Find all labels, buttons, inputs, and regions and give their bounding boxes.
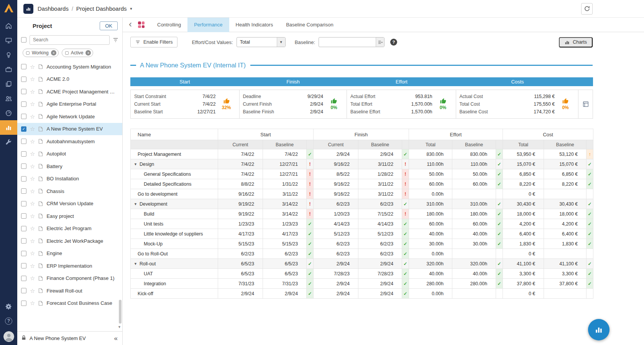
filter-chip[interactable]: Active× <box>62 49 94 57</box>
tab-health-indicators[interactable]: Health Indicators <box>229 18 280 32</box>
star-icon[interactable]: ☆ <box>30 201 35 206</box>
dashboard-icon[interactable] <box>23 4 33 14</box>
dashboard-grid-icon[interactable] <box>138 21 145 28</box>
table-row[interactable]: UAT6/5/236/5/23✓7/28/237/28/23✓40.00h40.… <box>131 269 593 279</box>
project-checkbox[interactable] <box>21 288 26 293</box>
monitor-icon[interactable] <box>0 33 17 47</box>
collapse-arrow-icon[interactable]: ▼ <box>134 162 137 166</box>
project-checkbox[interactable] <box>21 64 26 69</box>
project-checkbox[interactable] <box>21 89 26 94</box>
star-icon[interactable]: ☆ <box>30 263 35 269</box>
breadcrumb-root[interactable]: Dashboards <box>38 5 69 12</box>
chip-remove-icon[interactable]: × <box>51 50 56 56</box>
subcol-start-baseline[interactable]: Baseline <box>263 140 307 149</box>
project-checkbox[interactable] <box>21 139 26 144</box>
help-icon[interactable]: ? <box>0 314 17 328</box>
tab-performance[interactable]: Performance <box>187 18 229 32</box>
settings-gear-icon[interactable] <box>0 299 17 314</box>
col-header-effort[interactable]: Effort <box>409 129 503 140</box>
project-list-item[interactable]: ☆Autopilot <box>17 148 122 160</box>
project-list-item[interactable]: ☆ERP Implementation <box>17 260 122 272</box>
project-list-item[interactable]: ☆Autobahnmautsystem <box>17 135 122 148</box>
project-list-item[interactable]: ☆ACME Project Management Syst... <box>17 85 122 98</box>
table-row[interactable]: Kick-off2/9/242/9/24✓2/9/242/9/24✓0.00h0… <box>131 289 593 299</box>
star-icon[interactable]: ☆ <box>30 101 35 107</box>
project-checkbox[interactable] <box>21 77 26 82</box>
subcol-cost-baseline[interactable]: Baseline <box>544 140 586 149</box>
ok-button[interactable]: OK <box>100 21 118 30</box>
charts-button[interactable]: Charts <box>559 37 593 47</box>
collapse-arrow-icon[interactable]: ▼ <box>134 202 137 206</box>
project-checkbox[interactable] <box>21 276 26 281</box>
dashboards-chart-icon[interactable] <box>0 120 17 135</box>
projects-folder-icon[interactable] <box>0 77 17 91</box>
table-row[interactable]: Go to development9/16/223/11/22!9/16/223… <box>131 189 593 199</box>
scrollbar-down-icon[interactable]: ▼ <box>118 325 121 329</box>
collapse-sidebar-icon[interactable]: « <box>114 335 118 342</box>
table-row[interactable]: Build9/19/223/14/22!1/20/237/15/22!180.0… <box>131 209 593 219</box>
project-list-item[interactable]: ✓☆A New Phone System EV <box>17 123 122 136</box>
star-icon[interactable]: ☆ <box>30 114 35 119</box>
star-icon[interactable]: ☆ <box>30 188 35 194</box>
table-row[interactable]: General Specifications7/4/2212/27/21!8/5… <box>131 169 593 179</box>
project-checkbox[interactable] <box>21 101 26 107</box>
star-icon[interactable]: ☆ <box>30 89 35 95</box>
star-icon[interactable]: ☆ <box>30 126 35 132</box>
star-icon[interactable]: ☆ <box>30 164 35 169</box>
filter-chip[interactable]: Working× <box>23 49 59 57</box>
star-icon[interactable]: ☆ <box>30 275 35 281</box>
project-list-item[interactable]: ☆Forecast Cost Business Case <box>17 297 122 310</box>
subcol-finish-current[interactable]: Current <box>314 140 358 149</box>
project-checkbox[interactable] <box>21 263 26 268</box>
scrollbar-thumb[interactable] <box>119 300 122 324</box>
tab-baseline-comparison[interactable]: Baseline Comparison <box>279 18 340 32</box>
select-all-checkbox[interactable] <box>21 37 26 43</box>
help-circle-icon[interactable]: ? <box>390 39 397 46</box>
col-header-cost[interactable]: Cost <box>503 129 593 140</box>
project-checkbox[interactable]: ✓ <box>21 126 26 132</box>
project-list-item[interactable]: ☆Chassis <box>17 185 122 198</box>
resources-people-icon[interactable] <box>0 91 17 106</box>
project-checkbox[interactable] <box>21 251 26 256</box>
table-row[interactable]: ▼Development9/19/223/14/22!6/2/236/2/23✓… <box>131 199 593 209</box>
summary-icon-cell[interactable] <box>578 90 593 118</box>
star-icon[interactable]: ☆ <box>30 250 35 256</box>
controlling-gauge-icon[interactable] <box>0 106 17 120</box>
project-checkbox[interactable] <box>21 301 26 306</box>
star-icon[interactable]: ☆ <box>30 288 35 294</box>
project-list-item[interactable]: ☆Easy project <box>17 210 122 222</box>
star-icon[interactable]: ☆ <box>30 300 35 306</box>
back-chevron-icon[interactable]: ‹ <box>126 20 135 30</box>
project-list-item[interactable]: ☆Agile Enterprise Portal <box>17 98 122 111</box>
project-list-item[interactable]: ☆Firewall Roll-out <box>17 285 122 297</box>
home-icon[interactable] <box>0 18 17 33</box>
enable-filters-button[interactable]: Enable Filters <box>130 37 177 47</box>
project-list-item[interactable]: ☆Electric Jet Program <box>17 222 122 235</box>
star-icon[interactable]: ☆ <box>30 139 35 144</box>
project-checkbox[interactable] <box>21 226 26 231</box>
project-list-item[interactable]: ☆Finance Component (Phase 1) <box>17 272 122 285</box>
subcol-start-current[interactable]: Current <box>218 140 263 149</box>
project-checkbox[interactable] <box>21 164 26 169</box>
star-icon[interactable]: ☆ <box>30 76 35 82</box>
star-icon[interactable]: ☆ <box>30 176 35 181</box>
filter-icon[interactable] <box>113 37 118 43</box>
col-header-name[interactable]: Name <box>131 129 218 140</box>
refresh-button[interactable] <box>581 3 593 15</box>
col-header-finish[interactable]: Finish <box>314 129 409 140</box>
project-list-item[interactable]: ☆Engine <box>17 247 122 260</box>
baseline-select[interactable] <box>319 37 384 47</box>
subcol-cost-total[interactable]: Total <box>503 140 544 149</box>
project-checkbox[interactable] <box>21 188 26 194</box>
collapse-arrow-icon[interactable]: ▼ <box>134 262 137 266</box>
project-list-item[interactable]: ☆Accounting System Migration <box>17 60 122 73</box>
star-icon[interactable]: ☆ <box>30 64 35 70</box>
subcol-effort-baseline[interactable]: Baseline <box>452 140 496 149</box>
lightbulb-icon[interactable] <box>0 47 17 62</box>
table-row[interactable]: Project Management7/4/227/4/22✓2/9/242/9… <box>131 149 593 159</box>
tools-wrench-icon[interactable] <box>0 135 17 149</box>
user-avatar[interactable] <box>3 331 14 342</box>
star-icon[interactable]: ☆ <box>30 213 35 219</box>
table-row[interactable]: Mock-Up5/15/235/15/23✓6/2/236/2/23✓30.00… <box>131 239 593 249</box>
project-checkbox[interactable] <box>21 201 26 206</box>
